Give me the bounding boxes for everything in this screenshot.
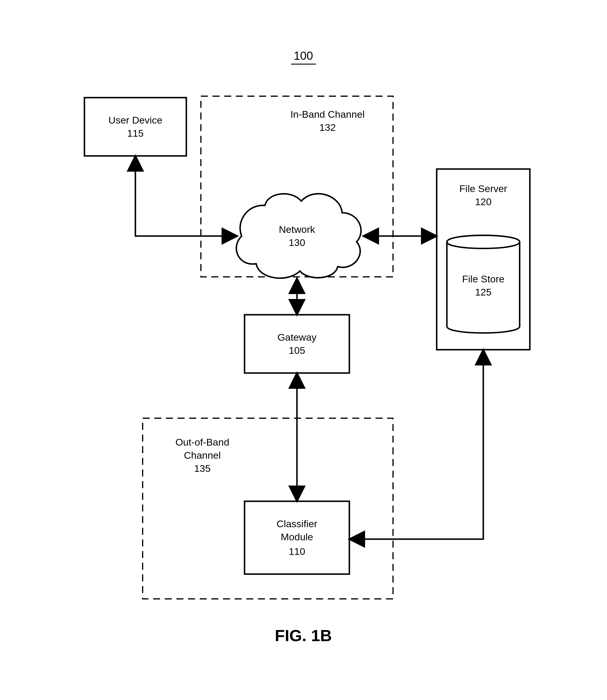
- gateway-node: Gateway 105: [245, 315, 349, 373]
- diagram-ref-number: 100: [294, 49, 313, 62]
- classifier-label-1: Classifier: [276, 518, 317, 529]
- user-device-node: User Device 115: [84, 98, 186, 156]
- connector-userdevice-network: [135, 156, 237, 236]
- out-of-band-label-2: Channel: [184, 450, 221, 461]
- user-device-rect: [84, 98, 186, 156]
- out-of-band-ref: 135: [194, 463, 211, 474]
- file-store-label: File Store: [462, 273, 504, 284]
- gateway-label: Gateway: [277, 332, 316, 343]
- network-node: Network 130: [236, 194, 361, 278]
- network-label: Network: [279, 224, 316, 235]
- file-server-ref: 120: [475, 196, 492, 207]
- file-store-node: File Store 125: [447, 236, 520, 333]
- user-device-label: User Device: [108, 115, 162, 126]
- network-ref: 130: [289, 237, 306, 248]
- file-server-node: File Server 120 File Store 125: [437, 169, 530, 350]
- file-server-label: File Server: [459, 183, 507, 194]
- classifier-module-node: Classifier Module 110: [245, 501, 349, 574]
- file-store-ref: 125: [475, 286, 492, 298]
- gateway-ref: 105: [289, 345, 306, 356]
- classifier-ref: 110: [289, 546, 306, 557]
- system-architecture-diagram: 100 In-Band Channel 132 Out-of-Band Chan…: [0, 0, 607, 700]
- connector-fileserver-classifier: [349, 350, 483, 539]
- network-cloud-icon: [236, 194, 361, 278]
- in-band-channel-label: In-Band Channel: [290, 109, 364, 120]
- in-band-channel-ref: 132: [319, 122, 336, 133]
- classifier-label-2: Module: [281, 531, 313, 542]
- user-device-ref: 115: [127, 128, 144, 139]
- out-of-band-label-1: Out-of-Band: [175, 437, 229, 447]
- figure-label: FIG. 1B: [275, 626, 332, 645]
- gateway-rect: [245, 315, 349, 373]
